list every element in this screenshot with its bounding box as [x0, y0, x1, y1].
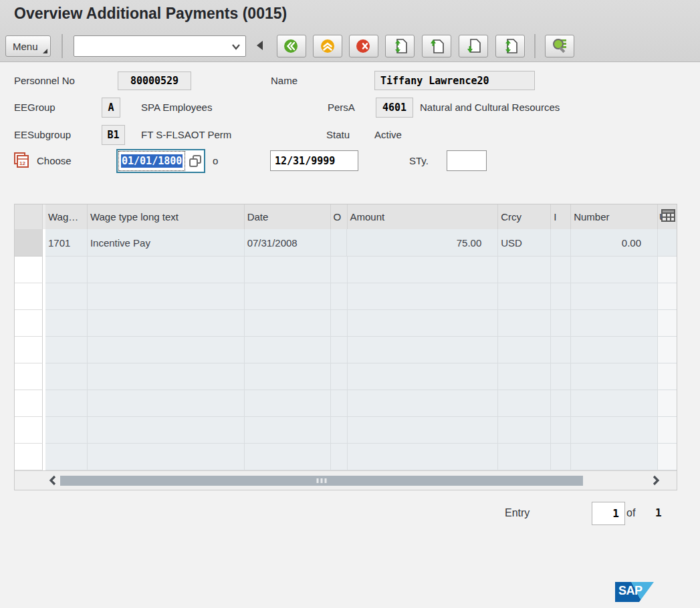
ee-group-text: SPA Employees — [141, 102, 212, 113]
find-icon — [550, 37, 569, 55]
status-value: Active — [374, 129, 402, 140]
header-crcy[interactable]: Crcy — [498, 204, 551, 229]
back-icon — [283, 37, 300, 55]
sap-window: Overview Additional Payments (0015) Menu — [0, 0, 700, 608]
row-selection-cell — [15, 417, 43, 444]
header-selection-column[interactable] — [15, 204, 43, 229]
first-page-button[interactable] — [385, 35, 415, 57]
scroll-left-icon[interactable] — [48, 474, 57, 486]
cell-crcy[interactable]: USD — [498, 229, 551, 257]
name-field[interactable]: Tiffany Lawrence20 — [374, 71, 535, 90]
date-from-field[interactable]: 01/01/1800 — [118, 151, 185, 171]
status-label: Statu — [326, 129, 350, 140]
header-o[interactable]: O — [331, 204, 348, 229]
value-help-icon — [189, 154, 202, 168]
table-row — [15, 444, 677, 470]
table-row — [15, 363, 677, 390]
cell-o[interactable] — [331, 229, 348, 257]
ee-group-label: EEGroup — [14, 102, 55, 113]
payments-table: Wag… Wage type long text Date O Amount C… — [14, 204, 677, 490]
table-empty-rows — [15, 257, 677, 470]
menu-button[interactable]: Menu — [5, 35, 51, 57]
table-row — [15, 417, 677, 444]
personnel-no-field[interactable]: 80000529 — [118, 71, 191, 90]
previous-page-button[interactable] — [422, 35, 451, 57]
ee-subgroup-text: FT S-FLSAOT Perm — [141, 129, 231, 140]
header-amount[interactable]: Amount — [348, 204, 499, 229]
row-selection-cell — [15, 310, 43, 337]
row-selection-cell — [15, 390, 43, 417]
date-to-field[interactable]: 12/31/9999 — [270, 150, 358, 171]
pers-a-label: PersA — [328, 102, 355, 113]
subtype-field[interactable] — [447, 150, 487, 171]
header-wage-type-long-text[interactable]: Wage type long text — [88, 204, 245, 229]
row-selection-cell — [15, 283, 43, 310]
table-row — [15, 283, 677, 310]
row-selection-cell[interactable] — [15, 229, 43, 257]
menu-dropdown-triangle-icon — [43, 49, 47, 53]
cell-long-text[interactable]: Incentive Pay — [88, 229, 245, 257]
first-page-icon — [390, 37, 409, 55]
ee-subgroup-field[interactable]: B1 — [102, 125, 125, 145]
table-row: 1701 Incentive Pay 07/31/2008 75.00 USD … — [15, 229, 677, 257]
cell-number[interactable]: 0.00 — [571, 229, 658, 257]
collapse-left-icon[interactable] — [257, 41, 263, 50]
ee-subgroup-label: EESubgroup — [14, 129, 71, 140]
command-field-input[interactable] — [74, 36, 245, 56]
header-date[interactable]: Date — [245, 204, 331, 229]
header-unit: U — [658, 204, 677, 229]
cancel-button[interactable] — [349, 35, 378, 57]
svg-text:12: 12 — [19, 160, 25, 166]
cell-i[interactable] — [551, 229, 571, 257]
scrollbar-thumb[interactable] — [60, 476, 583, 486]
header-i[interactable]: I — [551, 204, 571, 229]
header-number[interactable]: Number — [571, 204, 658, 229]
scroll-right-icon[interactable] — [651, 474, 661, 486]
toolbar-separator — [534, 34, 536, 58]
cancel-icon — [355, 37, 372, 55]
back-button[interactable] — [277, 35, 306, 57]
date-picker-button[interactable] — [186, 150, 204, 172]
find-button[interactable] — [545, 35, 574, 57]
row-selection-cell — [15, 363, 43, 390]
choose-period-calendar-icon[interactable]: 12 — [13, 152, 29, 168]
sap-logo: SAP — [615, 582, 654, 602]
last-page-icon — [501, 37, 519, 55]
table-header-row: Wag… Wage type long text Date O Amount C… — [15, 204, 677, 229]
ee-group-field[interactable]: A — [102, 98, 120, 118]
last-page-button[interactable] — [495, 35, 525, 57]
choose-label: Choose — [37, 155, 72, 166]
table-row — [15, 390, 677, 417]
next-page-icon — [464, 37, 483, 55]
to-label: o — [213, 155, 218, 166]
entry-input[interactable] — [592, 502, 625, 525]
pers-a-field[interactable]: 4601 — [376, 98, 413, 118]
cell-unit[interactable] — [658, 229, 677, 257]
page-title: Overview Additional Payments (0015) — [14, 5, 287, 23]
scrollbar-grip-icon — [317, 478, 327, 483]
exit-button[interactable] — [313, 35, 342, 57]
horizontal-scrollbar[interactable] — [15, 470, 677, 490]
row-selection-cell — [15, 337, 43, 363]
entry-label: Entry — [505, 507, 530, 519]
command-field-combo — [74, 35, 246, 57]
toolbar-separator — [62, 34, 63, 58]
cell-date[interactable]: 07/31/2008 — [245, 229, 331, 257]
previous-page-icon — [427, 37, 446, 55]
cell-amount[interactable]: 75.00 — [347, 229, 498, 257]
date-from-selected-text: 01/01/1800 — [121, 154, 183, 168]
entry-total: 1 — [655, 506, 662, 519]
chevron-down-icon[interactable] — [231, 42, 241, 51]
next-page-button[interactable] — [459, 35, 488, 57]
entry-of-label: of — [626, 507, 635, 519]
pers-a-text: Natural and Cultural Resources — [420, 102, 560, 113]
subtype-label: STy. — [409, 155, 429, 166]
table-settings-grid-icon[interactable] — [661, 209, 675, 222]
personnel-no-label: Personnel No — [14, 75, 75, 86]
name-label: Name — [271, 75, 298, 86]
menu-button-label: Menu — [13, 41, 38, 52]
cell-wage-type[interactable]: 1701 — [45, 229, 88, 257]
top-bar: Overview Additional Payments (0015) Menu — [0, 0, 700, 62]
exit-icon — [319, 37, 336, 55]
header-wage-type[interactable]: Wag… — [45, 204, 88, 229]
